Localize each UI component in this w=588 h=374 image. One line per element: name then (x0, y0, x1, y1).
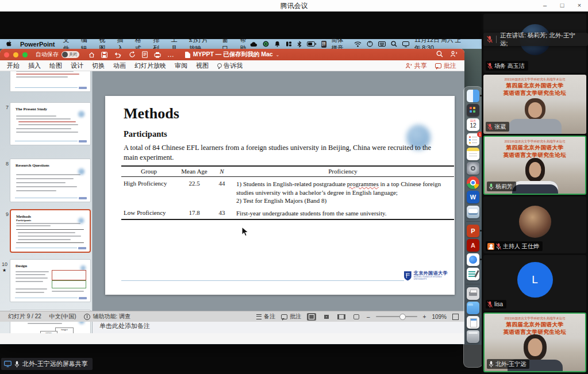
fit-slide-button[interactable] (452, 314, 459, 320)
slide-thumbnail-panel[interactable]: 7 The Present Study (0, 71, 93, 333)
dock-word[interactable]: W (464, 191, 482, 203)
notes-toggle-button[interactable]: 备注 (256, 313, 275, 321)
sync-icon[interactable] (367, 41, 373, 47)
tab-slideshow[interactable]: 幻灯片放映 (134, 61, 166, 70)
tab-draw[interactable]: 绘图 (49, 61, 62, 70)
ppt-zoom-button[interactable] (22, 52, 28, 57)
dock-reminders[interactable]: 1 (464, 133, 482, 146)
apple-icon[interactable] (6, 40, 12, 48)
notification-bell-icon[interactable] (274, 41, 280, 47)
titlebar-search-icon[interactable] (436, 51, 443, 59)
thumbnail-slide-9-selected[interactable]: Methods Participants (10, 209, 91, 253)
participant-tile[interactable]: 主持人 王仕烨 (483, 196, 586, 253)
zoom-in-button[interactable]: + (423, 314, 426, 320)
dock-notes-pen[interactable] (464, 268, 482, 280)
tab-design[interactable]: 设计 (71, 61, 83, 70)
dock-finder[interactable] (464, 90, 482, 102)
battery-icon[interactable] (307, 41, 316, 47)
ppt-close-button[interactable] (4, 52, 9, 57)
titlebar-share-icon[interactable] (450, 51, 458, 59)
participant-avatar (519, 206, 551, 238)
home-icon[interactable] (89, 52, 95, 58)
dock-launchpad[interactable] (464, 104, 482, 117)
ime-icon[interactable]: 拼 (321, 41, 326, 48)
participant-tile[interactable]: L lisa (483, 255, 586, 311)
maximize-button[interactable]: □ (554, 0, 571, 11)
dock-tencent-meeting[interactable] (464, 253, 482, 266)
participant-tile-speaking[interactable]: 2022外国语言文学学科研究生高端学术论坛第四届北京外国语大学英语语言文学研究生… (483, 136, 586, 195)
participant-name: 张葳 (494, 123, 506, 131)
autosave-toggle[interactable]: 关闭 (62, 51, 79, 58)
accessibility-status[interactable]: 辅助功能: 调查 (84, 313, 130, 321)
current-slide[interactable]: Methods Participants A total of 84 Chine… (105, 96, 455, 295)
dock-preview[interactable] (464, 206, 482, 218)
doc-title-chevron-icon[interactable]: ⌄ (276, 52, 280, 57)
dock-settings[interactable] (464, 162, 482, 175)
minimize-button[interactable]: – (536, 0, 554, 11)
document-title[interactable]: MYPPT — 已保存到我的 Mac (193, 51, 273, 59)
tab-view[interactable]: 视图 (196, 61, 209, 70)
dock-notes[interactable] (464, 148, 482, 160)
dock-trash[interactable] (464, 330, 482, 343)
participant-tile-speaking[interactable]: 2022外国语言文学学科研究生高端学术论坛第四届北京外国语大学英语语言文学研究生… (483, 313, 586, 372)
dock-files[interactable] (464, 316, 482, 329)
tell-me-button[interactable]: 告诉我 (217, 61, 243, 70)
slide-position[interactable]: 幻灯片 9 / 22 (8, 313, 41, 321)
whatsapp-icon[interactable] (263, 41, 269, 47)
slideshow-view-button[interactable] (352, 313, 361, 321)
zoom-slider-knob[interactable] (399, 314, 406, 320)
tab-animations[interactable]: 动画 (113, 61, 126, 70)
thumbnail-slide-7[interactable]: The Present Study (10, 102, 91, 145)
logo-cn-text: 北京外国语大学 (414, 271, 455, 276)
zoom-percentage[interactable]: 109% (432, 314, 447, 320)
dock-acrobat[interactable]: A (464, 239, 482, 252)
more-icon[interactable]: … (167, 52, 174, 57)
undo-icon[interactable] (114, 52, 122, 58)
printer-icon[interactable] (154, 52, 161, 58)
dock-powerpoint[interactable]: P (464, 225, 482, 237)
thumbnail-slide-6[interactable] (10, 71, 91, 92)
share-button[interactable]: 共享 (405, 61, 427, 70)
participant-name: 杨莉芳 (495, 183, 513, 191)
slide-sorter-view-button[interactable] (322, 313, 331, 321)
dock-folder[interactable] (464, 302, 482, 314)
ppt-minimize-button[interactable] (13, 52, 18, 57)
participant-tile[interactable]: 2022外国语言文学学科研究生高端学术论坛第四届北京外国语大学英语语言文学研究生… (483, 75, 586, 134)
keyboard-icon[interactable] (378, 41, 386, 47)
dock-calendar[interactable]: 11月12 (464, 118, 482, 131)
search-icon[interactable] (391, 41, 397, 47)
reading-view-button[interactable] (337, 313, 346, 321)
meeting-titlebar: 腾讯会议 – □ × (0, 0, 588, 12)
ppt-ribbon-tabs: 开始 插入 绘图 设计 切换 动画 幻灯片放映 审阅 视图 告诉我 共享 批注 (0, 60, 464, 71)
powerpoint-icon: P (467, 225, 479, 237)
window-tiles-icon[interactable] (286, 41, 292, 47)
normal-view-button[interactable] (307, 313, 316, 321)
thumbnail-slide-10[interactable]: Design (10, 259, 91, 302)
tab-home[interactable]: 开始 (7, 61, 20, 70)
comments-button[interactable]: 批注 (435, 61, 456, 70)
zoom-out-button[interactable]: – (367, 314, 370, 320)
thumbnail-slide-8[interactable]: Research Questions (10, 159, 91, 202)
zoom-slider[interactable] (376, 316, 417, 317)
print-preview-icon[interactable] (142, 51, 148, 58)
bluetooth-icon[interactable] (297, 41, 302, 48)
language-indicator[interactable]: 中文(中国) (49, 313, 76, 321)
thumb-number: 10 (0, 261, 7, 267)
tab-review[interactable]: 审阅 (175, 61, 187, 70)
wifi-icon[interactable] (354, 41, 362, 47)
tab-transitions[interactable]: 切换 (92, 61, 105, 70)
cloud-icon[interactable] (250, 41, 258, 47)
comments-toggle-button[interactable]: 批注 (281, 313, 301, 321)
redo-icon[interactable] (129, 51, 136, 58)
meeting-title: 腾讯会议 (0, 0, 588, 11)
toast-mic-icon (487, 36, 493, 43)
save-icon[interactable] (101, 52, 107, 58)
dock-chrome[interactable] (464, 176, 482, 189)
menubar-app-name[interactable]: PowerPoint (20, 41, 55, 48)
display-icon[interactable] (402, 41, 409, 47)
close-button[interactable]: × (571, 0, 588, 11)
notes-placeholder[interactable]: 单击此处添加备注 (99, 322, 464, 330)
dock-printer[interactable] (464, 287, 482, 300)
tab-insert[interactable]: 插入 (28, 61, 41, 70)
slide-canvas[interactable]: Methods Participants A total of 84 Chine… (93, 71, 464, 317)
